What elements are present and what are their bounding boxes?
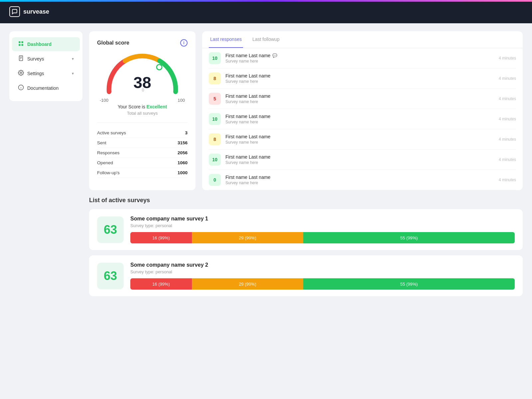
sidebar-settings-label: Settings (27, 71, 44, 76)
response-item[interactable]: 10 First name Last name 💬 Survey name he… (209, 48, 516, 68)
stat-row-sent: Sent 3156 (97, 138, 188, 148)
score-card: Global score i (89, 31, 196, 190)
response-name: First name Last name (225, 114, 494, 119)
response-item[interactable]: 0 First name Last name Survey name here … (209, 170, 516, 190)
response-survey: Survey name here (225, 99, 494, 104)
survey-score-box: 63 (97, 216, 124, 243)
gauge-labels: -100 0 100 (97, 98, 188, 103)
content-area: Global score i (89, 31, 523, 391)
response-score-badge: 8 (209, 72, 221, 84)
sidebar: Dashboard Surveys ▾ Settings ▾ Documenta… (9, 31, 82, 101)
settings-chevron-icon: ▾ (72, 71, 74, 76)
response-score-badge: 10 (209, 113, 221, 125)
info-icon[interactable]: i (180, 39, 188, 47)
bar-segment-red: 16 (99%) (130, 278, 192, 290)
sidebar-dashboard-label: Dashboard (27, 42, 52, 47)
response-score-badge: 10 (209, 154, 221, 166)
response-item[interactable]: 5 First name Last name Survey name here … (209, 89, 516, 109)
survey-type: Survey type: personal (130, 223, 515, 228)
logo-icon (9, 6, 20, 17)
survey-name: Some company name survey 2 (130, 262, 515, 268)
sidebar-item-settings[interactable]: Settings ▾ (12, 66, 80, 80)
stat-active-value: 3 (185, 130, 188, 135)
sidebar-item-documentation[interactable]: Documentation (12, 81, 80, 95)
response-survey: Survey name here (225, 181, 494, 185)
response-item[interactable]: 10 First name Last name Survey name here… (209, 150, 516, 170)
responses-tabs: Last responses Last followup (202, 31, 523, 48)
stat-opened-label: Opened (97, 160, 113, 165)
response-time: 4 minutes (499, 56, 516, 61)
survey-card: 63 Some company name survey 1 Survey typ… (89, 209, 523, 250)
score-sublabel: Total all surveys (97, 111, 188, 116)
response-score-badge: 8 (209, 133, 221, 145)
response-name: First name Last name 💬 (225, 53, 494, 58)
survey-card: 63 Some company name survey 2 Survey typ… (89, 255, 523, 296)
response-item[interactable]: 8 First name Last name Survey name here … (209, 129, 516, 150)
bar-segment-yellow: 29 (99%) (192, 278, 303, 290)
chat-icon: 💬 (272, 53, 277, 58)
response-time: 4 minutes (499, 137, 516, 142)
response-name: First name Last name (225, 134, 494, 139)
response-score-badge: 5 (209, 93, 221, 105)
tab-last-followup[interactable]: Last followup (251, 31, 281, 48)
response-score-badge: 10 (209, 52, 221, 64)
stat-row-responses: Responses 2056 (97, 148, 188, 158)
survey-type: Survey type: personal (130, 269, 515, 274)
stat-sent-label: Sent (97, 140, 106, 145)
svg-rect-2 (19, 44, 20, 46)
responses-card: Last responses Last followup 10 First na… (202, 31, 523, 190)
response-info: First name Last name Survey name here (225, 175, 494, 185)
response-name: First name Last name (225, 154, 494, 160)
bar-segment-green: 55 (99%) (303, 232, 515, 243)
sidebar-item-surveys[interactable]: Surveys ▾ (12, 52, 80, 66)
stat-sent-value: 3156 (178, 140, 188, 145)
stat-responses-value: 2056 (178, 150, 188, 155)
logo-area: survease (9, 6, 49, 17)
surveys-icon (18, 55, 24, 63)
response-info: First name Last name Survey name here (225, 154, 494, 165)
stat-followups-label: Follow-up's (97, 170, 120, 175)
survey-score-box: 63 (97, 263, 124, 289)
gauge-zero-label: 0 (142, 88, 144, 93)
stat-row-followups: Follow-up's 1000 (97, 168, 188, 178)
svg-rect-1 (22, 41, 23, 43)
score-card-header: Global score i (97, 39, 188, 47)
response-item[interactable]: 10 First name Last name Survey name here… (209, 109, 516, 129)
bar-segment-yellow: 29 (99%) (192, 232, 303, 243)
topnav: survease (0, 0, 532, 23)
response-time: 4 minutes (499, 178, 516, 182)
settings-icon (18, 70, 24, 77)
response-time: 4 minutes (499, 117, 516, 121)
response-survey: Survey name here (225, 160, 494, 165)
response-score-badge: 0 (209, 174, 221, 186)
response-survey: Survey name here (225, 140, 494, 145)
stat-row-opened: Opened 1060 (97, 158, 188, 168)
top-row: Global score i (89, 31, 523, 190)
svg-point-12 (157, 65, 162, 70)
svg-point-8 (20, 72, 22, 74)
tab-last-responses[interactable]: Last responses (209, 31, 243, 48)
response-info: First name Last name Survey name here (225, 93, 494, 104)
score-card-title: Global score (97, 40, 129, 46)
response-survey: Survey name here (225, 120, 494, 124)
response-info: First name Last name Survey name here (225, 134, 494, 145)
stats-list: Active surveys 3 Sent 3156 Responses 205… (97, 122, 188, 178)
response-time: 4 minutes (499, 96, 516, 101)
sidebar-item-dashboard[interactable]: Dashboard (12, 37, 80, 51)
survey-info: Some company name survey 2 Survey type: … (130, 262, 515, 290)
response-info: First name Last name 💬 Survey name here (225, 53, 494, 64)
svg-rect-3 (22, 44, 23, 46)
stat-followups-value: 1000 (178, 170, 188, 175)
stat-active-label: Active surveys (97, 130, 126, 135)
response-list: 10 First name Last name 💬 Survey name he… (202, 48, 523, 190)
response-time: 4 minutes (499, 76, 516, 81)
survey-bar: 16 (99%)29 (99%)55 (99%) (130, 278, 515, 290)
stat-opened-value: 1060 (178, 160, 188, 165)
main-container: Dashboard Surveys ▾ Settings ▾ Documenta… (0, 23, 532, 399)
response-info: First name Last name Survey name here (225, 73, 494, 84)
score-quality: Excellent (147, 104, 167, 109)
surveys-title: List of active surveys (89, 197, 523, 204)
response-item[interactable]: 8 First name Last name Survey name here … (209, 68, 516, 89)
dashboard-icon (18, 41, 24, 48)
sidebar-surveys-label: Surveys (27, 56, 44, 62)
